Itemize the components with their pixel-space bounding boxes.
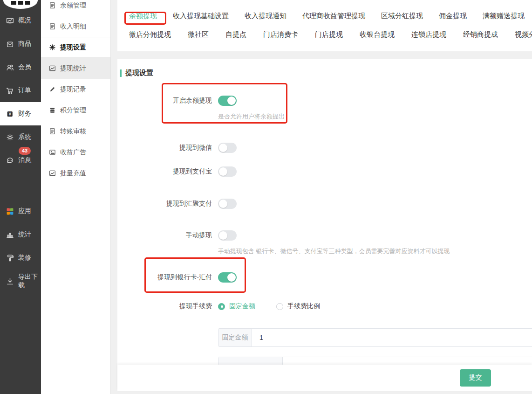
members-icon (6, 63, 14, 71)
secondary-sidebar: 余额管理 收入明细 提现设置 提现统计 提现记录 积分管理 (41, 0, 111, 394)
field-label: 提现到银行卡-汇付 (117, 273, 212, 282)
submenu-item-balance-manage[interactable]: 余额管理 (41, 0, 110, 16)
radio-option-label: 固定金额 (229, 302, 255, 311)
sidebar-item-apps[interactable]: 应用 (0, 200, 41, 223)
main-content: 余额提现 收入提现基础设置 收入提现通知 代理商收益管理提现 区域分红提现 佣金… (111, 0, 532, 394)
submenu-item-withdraw-records[interactable]: 提现记录 (41, 79, 110, 100)
submenu-item-label: 提现记录 (60, 85, 86, 94)
field-label: 提现到微信 (117, 144, 212, 152)
chart-icon (49, 65, 56, 72)
radio-selected-icon[interactable] (218, 303, 225, 310)
logo-mark (18, 1, 23, 5)
tabs-card: 余额提现 收入提现基础设置 收入提现通知 代理商收益管理提现 区域分红提现 佣金… (117, 0, 532, 51)
sidebar-item-stats[interactable]: 统计 (0, 223, 41, 246)
input-addon-label: 固定金额 (218, 329, 252, 346)
fee-option-fixed-amount[interactable]: 固定金额 (218, 302, 255, 311)
tab-income-withdraw-notice[interactable]: 收入提现通知 (245, 12, 286, 21)
sidebar-item-decorate[interactable]: 装修 (0, 246, 41, 270)
logo-mark (25, 1, 30, 5)
section-title-text: 提现设置 (125, 69, 153, 77)
file-icon (49, 2, 56, 9)
field-label: 提现手续费 (117, 302, 212, 311)
file-icon (49, 128, 56, 135)
sidebar-item-members[interactable]: 会员 (0, 55, 41, 79)
sidebar-item-label: 消息 (18, 156, 31, 165)
svg-text:¥: ¥ (8, 111, 11, 116)
tab-income-withdraw-basic[interactable]: 收入提现基础设置 (173, 12, 229, 21)
tab-commission-withdraw[interactable]: 佣金提现 (439, 12, 467, 21)
sidebar-item-label: 系统 (18, 133, 31, 141)
image-icon (49, 149, 56, 156)
gear-icon (49, 44, 56, 51)
app-root: 概况 商品 会员 订单 ¥ 财务 系统 (0, 0, 532, 394)
primary-nav: 概况 商品 会员 订单 ¥ 财务 系统 (0, 0, 41, 293)
sidebar-item-label: 财务 (18, 110, 31, 118)
tab-region-dividend-withdraw[interactable]: 区域分红提现 (381, 12, 423, 21)
settings-panel: 提现设置 开启余额提现 是否允许用户将余额提出 提现到微信 提现到支付宝 提现到… (117, 59, 532, 391)
submenu-item-label: 提现设置 (60, 43, 86, 52)
tab-microshop-commission-withdraw[interactable]: 微店分佣提现 (129, 30, 171, 39)
sidebar-item-overview[interactable]: 概况 (0, 9, 41, 32)
tab-chainstore-withdraw[interactable]: 连锁店提现 (411, 30, 446, 39)
coins-icon (49, 107, 56, 114)
sidebar-item-finance[interactable]: ¥ 财务 (0, 102, 41, 125)
pencil-icon (49, 86, 56, 93)
unread-count-badge: 43 (19, 147, 31, 155)
tab-pickup-point[interactable]: 自提点 (225, 30, 246, 39)
submenu-item-label: 收益广告 (60, 148, 86, 157)
field-help-text: 手动提现包含 银行卡、微信号、支付宝等三种类型，会员需要完善对应资料才可以提现 (218, 247, 532, 256)
footer-bar: 提交 (117, 365, 532, 391)
apps-icon (6, 207, 14, 215)
tab-agent-revenue-withdraw[interactable]: 代理商收益管理提现 (302, 12, 365, 21)
sidebar-item-goods[interactable]: 商品 (0, 32, 41, 55)
field-label: 提现到支付宝 (117, 167, 212, 176)
submenu-item-income-detail[interactable]: 收入明细 (41, 16, 110, 37)
submenu-item-points-manage[interactable]: 积分管理 (41, 100, 110, 121)
tab-cashier-withdraw[interactable]: 收银台提现 (360, 30, 395, 39)
manual-withdraw-toggle[interactable] (218, 230, 237, 241)
tab-micro-community[interactable]: 微社区 (188, 30, 209, 39)
submenu-item-withdraw-settings[interactable]: 提现设置 (41, 37, 110, 58)
fixed-amount-input-group: 固定金额 (218, 328, 532, 347)
tab-dealer-commission[interactable]: 经销商提成 (463, 30, 498, 39)
system-icon (6, 133, 14, 141)
tab-row-1: 余额提现 收入提现基础设置 收入提现通知 代理商收益管理提现 区域分红提现 佣金… (129, 12, 532, 21)
enable-balance-withdraw-toggle[interactable] (218, 96, 237, 106)
withdraw-to-wechat-toggle[interactable] (218, 143, 237, 153)
submenu-item-label: 积分管理 (60, 106, 86, 115)
submenu-item-transfer-review[interactable]: 转账审核 (41, 121, 110, 142)
withdraw-to-alipay-toggle[interactable] (218, 166, 237, 177)
file-icon (49, 23, 56, 30)
fixed-amount-input[interactable] (252, 329, 532, 346)
sidebar-item-label: 装修 (18, 254, 31, 262)
submenu-item-label: 转账审核 (60, 127, 86, 136)
tab-store-withdraw[interactable]: 门店提现 (315, 30, 343, 39)
field-label: 手动提现 (117, 231, 212, 240)
submenu-item-batch-recharge[interactable]: 批量充值 (41, 163, 110, 184)
submenu-item-label: 批量充值 (60, 169, 86, 178)
sidebar-item-label: 会员 (18, 63, 31, 71)
logo-mark (11, 1, 16, 5)
tab-row-2: 微店分佣提现 微社区 自提点 门店消费卡 门店提现 收银台提现 连锁店提现 经销… (129, 30, 532, 39)
sidebar-item-export-download[interactable]: 导出下载 (0, 270, 41, 293)
sidebar-item-system[interactable]: 系统 (0, 125, 41, 149)
sidebar-item-label: 订单 (18, 86, 31, 95)
tab-video-truncated[interactable]: 视频分 (515, 30, 532, 39)
tab-store-consume-card[interactable]: 门店消费卡 (263, 30, 298, 39)
fee-option-fee-ratio[interactable]: 手续费比例 (276, 302, 320, 311)
withdraw-to-joinpay-toggle[interactable] (218, 199, 237, 209)
download-icon (6, 277, 14, 285)
form-row-manual-withdraw: 手动提现 (117, 230, 532, 241)
sidebar-item-orders[interactable]: 订单 (0, 79, 41, 102)
tab-balance-withdraw[interactable]: 余额提现 (129, 12, 157, 21)
primary-sidebar: 概况 商品 会员 订单 ¥ 财务 系统 (0, 0, 41, 394)
sidebar-item-messages[interactable]: 消息 43 (0, 149, 41, 172)
submit-button[interactable]: 提交 (460, 369, 491, 387)
withdraw-to-bankcard-toggle[interactable] (218, 272, 237, 283)
chart-icon (49, 170, 56, 177)
submenu-item-withdraw-stats[interactable]: 提现统计 (41, 58, 110, 79)
tab-full-amount-gift-withdraw[interactable]: 满额赠送提现 (483, 12, 525, 21)
submenu-item-revenue-ads[interactable]: 收益广告 (41, 142, 110, 163)
form-row-withdraw-to-bankcard: 提现到银行卡-汇付 (117, 272, 532, 283)
radio-unselected-icon[interactable] (276, 303, 283, 310)
